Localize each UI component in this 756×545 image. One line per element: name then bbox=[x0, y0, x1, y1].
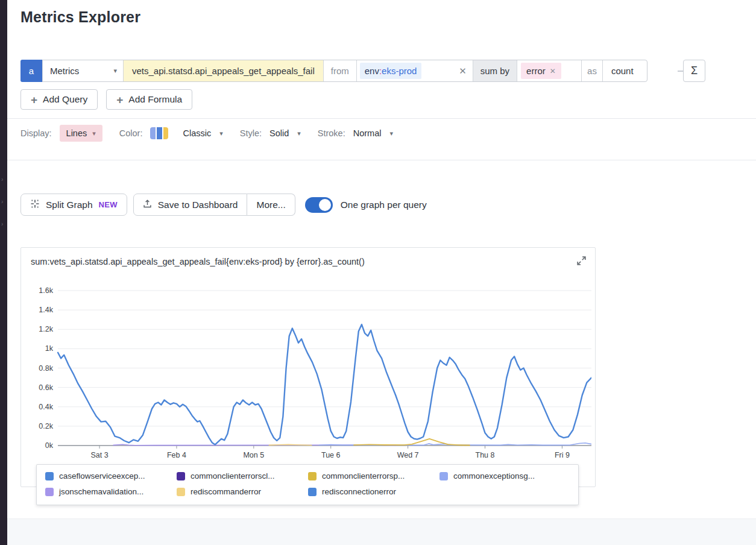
display-label: Display: bbox=[20, 128, 52, 138]
split-graph-icon bbox=[30, 199, 40, 211]
svg-text:0k: 0k bbox=[45, 441, 54, 450]
add-query-label: Add Query bbox=[43, 94, 87, 105]
svg-text:Sat 3: Sat 3 bbox=[90, 451, 108, 459]
display-options-row: Display: Lines ▾ Color: Classic ▾ Style:… bbox=[20, 123, 393, 143]
legend-item[interactable]: caseflowserviceexcep... bbox=[45, 471, 177, 480]
chevron-down-icon: ▾ bbox=[113, 67, 117, 75]
svg-text:1.6k: 1.6k bbox=[39, 286, 53, 295]
legend-label: commonexceptionsg... bbox=[453, 471, 535, 480]
as-label: as bbox=[581, 60, 602, 81]
style-dropdown[interactable]: Solid ▾ bbox=[269, 128, 301, 138]
legend-swatch bbox=[177, 472, 185, 480]
save-to-dashboard-button[interactable]: Save to Dashboard bbox=[133, 194, 248, 216]
legend-label: caseflowserviceexcep... bbox=[59, 471, 145, 480]
stroke-dropdown[interactable]: Normal ▾ bbox=[353, 128, 393, 138]
filter-segment[interactable]: env:eks-prod ✕ bbox=[356, 60, 473, 81]
sigma-function-button[interactable]: Σ bbox=[683, 60, 705, 82]
stroke-value: Normal bbox=[353, 128, 382, 138]
remove-group-by-icon[interactable]: ✕ bbox=[550, 67, 556, 75]
legend-item[interactable]: commonclienterrorsp... bbox=[308, 471, 439, 480]
legend-label: commonclienterrorscl... bbox=[191, 471, 275, 480]
color-label: Color: bbox=[119, 128, 143, 138]
data-source-label: Metrics bbox=[50, 66, 79, 76]
legend-swatch bbox=[308, 488, 317, 496]
svg-text:0.6k: 0.6k bbox=[39, 383, 53, 392]
add-formula-label: Add Formula bbox=[128, 94, 182, 105]
color-palette-value: Classic bbox=[183, 128, 211, 138]
chevron-right-icon: › bbox=[1, 199, 3, 205]
metric-name-input[interactable]: vets_api.statsd.api_appeals_get_appeals_… bbox=[123, 60, 323, 81]
legend-item[interactable]: rediscommanderror bbox=[177, 487, 308, 496]
one-graph-per-query-label: One graph per query bbox=[341, 200, 427, 210]
footer-background bbox=[7, 518, 756, 545]
query-actions-row: + Add Query + Add Formula bbox=[20, 89, 192, 110]
save-to-dashboard-label: Save to Dashboard bbox=[158, 200, 238, 210]
svg-text:1.2k: 1.2k bbox=[39, 325, 53, 333]
toggle-knob bbox=[319, 199, 331, 211]
metrics-explorer-page: › › › Metrics Explorer a Metrics ▾ vets_… bbox=[0, 0, 756, 545]
query-letter-badge[interactable]: a bbox=[20, 60, 42, 82]
new-badge: NEW bbox=[99, 200, 118, 209]
svg-text:Feb 4: Feb 4 bbox=[167, 451, 186, 459]
legend-item[interactable]: jsonschemavalidation... bbox=[45, 487, 177, 496]
svg-text:0.2k: 0.2k bbox=[39, 422, 53, 430]
split-graph-label: Split Graph bbox=[46, 200, 93, 210]
legend-label: commonclienterrorsp... bbox=[322, 471, 405, 480]
display-type-value: Lines bbox=[66, 128, 87, 138]
legend-item[interactable]: commonclienterrorscl... bbox=[177, 471, 308, 480]
legend-label: redisconnectionerror bbox=[322, 487, 396, 496]
svg-text:1.4k: 1.4k bbox=[39, 306, 53, 314]
filter-key: env bbox=[365, 66, 379, 76]
filter-value: eks-prod bbox=[382, 66, 417, 76]
upload-icon bbox=[143, 199, 152, 211]
more-button[interactable]: More... bbox=[247, 194, 295, 216]
legend-swatch bbox=[308, 472, 317, 480]
legend-swatch bbox=[177, 488, 185, 496]
style-label: Style: bbox=[240, 128, 262, 138]
svg-text:Tue 6: Tue 6 bbox=[321, 451, 341, 459]
metrics-chart[interactable]: 0k0.2k0.4k0.6k0.8k1k1.2k1.4k1.6kSat 3Feb… bbox=[26, 281, 591, 462]
chevron-down-icon: ▾ bbox=[389, 130, 393, 137]
sum-by-label[interactable]: sum by bbox=[473, 60, 517, 81]
legend-item[interactable]: redisconnectionerror bbox=[308, 487, 439, 496]
palette-swatch-icon bbox=[150, 127, 168, 139]
split-graph-button[interactable]: Split Graph NEW bbox=[20, 194, 127, 216]
svg-text:Fri 9: Fri 9 bbox=[555, 451, 570, 459]
connector-line bbox=[678, 71, 683, 72]
plus-icon: + bbox=[31, 94, 37, 106]
graph-title: sum:vets_api.statsd.api_appeals_get_appe… bbox=[31, 257, 365, 266]
group-by-tag[interactable]: error ✕ bbox=[521, 63, 561, 79]
one-graph-per-query-toggle[interactable] bbox=[305, 197, 333, 213]
add-query-button[interactable]: + Add Query bbox=[20, 89, 98, 110]
plus-icon: + bbox=[116, 94, 123, 106]
chevron-down-icon: ▾ bbox=[297, 130, 301, 137]
legend-item[interactable]: commonexceptionsg... bbox=[439, 471, 571, 480]
data-source-dropdown[interactable]: Metrics ▾ bbox=[42, 60, 123, 81]
svg-text:1k: 1k bbox=[45, 344, 54, 353]
display-type-dropdown[interactable]: Lines ▾ bbox=[60, 125, 102, 142]
more-label: More... bbox=[256, 200, 285, 210]
color-palette-dropdown[interactable]: Classic ▾ bbox=[150, 127, 222, 139]
chevron-right-icon: › bbox=[1, 221, 3, 227]
chevron-down-icon: ▾ bbox=[219, 130, 223, 137]
group-by-segment[interactable]: error ✕ bbox=[517, 60, 581, 81]
collapsed-sidebar[interactable]: › › › bbox=[0, 0, 7, 545]
chevron-down-icon: ▾ bbox=[92, 130, 96, 137]
expand-graph-button[interactable] bbox=[575, 256, 587, 268]
legend-swatch bbox=[45, 488, 54, 496]
style-value: Solid bbox=[269, 128, 289, 138]
svg-text:0.4k: 0.4k bbox=[39, 403, 53, 411]
add-formula-button[interactable]: + Add Formula bbox=[106, 89, 192, 110]
clear-filter-icon[interactable]: ✕ bbox=[459, 66, 467, 77]
chevron-right-icon: › bbox=[1, 177, 3, 183]
section-divider bbox=[7, 118, 756, 119]
from-label: from bbox=[323, 60, 356, 81]
query-bar: a Metrics ▾ vets_api.statsd.api_appeals_… bbox=[20, 60, 647, 82]
graph-legend: caseflowserviceexcep...commonclienterror… bbox=[36, 464, 579, 505]
graph-card: sum:vets_api.statsd.api_appeals_get_appe… bbox=[20, 247, 596, 487]
filter-tag[interactable]: env:eks-prod bbox=[360, 63, 422, 79]
legend-label: jsonschemavalidation... bbox=[59, 487, 143, 496]
save-button-group: Save to Dashboard More... bbox=[133, 194, 295, 216]
stroke-label: Stroke: bbox=[318, 128, 345, 138]
as-count-dropdown[interactable]: count bbox=[602, 60, 647, 81]
